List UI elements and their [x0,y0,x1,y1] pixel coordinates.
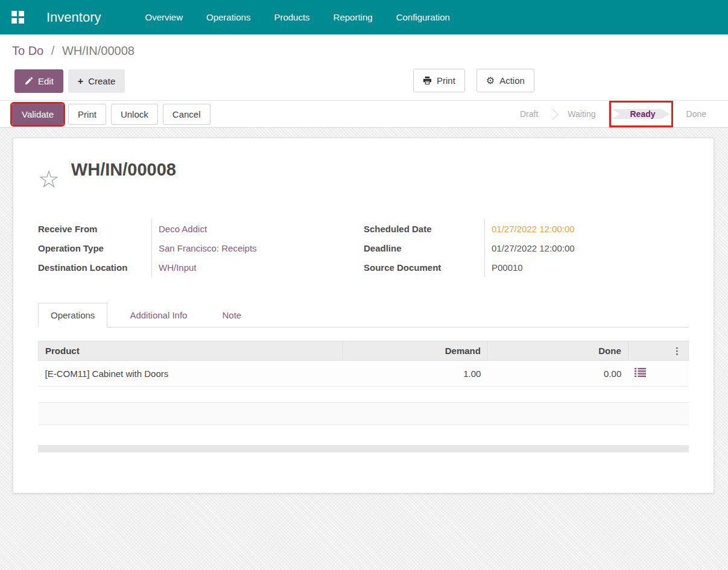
edit-button[interactable]: Edit [14,69,63,93]
field-label-scheduled-date: Scheduled Date [364,219,484,238]
breadcrumb-separator: / [51,44,55,57]
print-menu-button[interactable]: Print [413,69,465,92]
field-group-left: Receive From Deco Addict Operation Type … [38,219,364,277]
column-header-done[interactable]: Done [487,341,628,361]
nav-item-products[interactable]: Products [273,8,311,26]
tab-note[interactable]: Note [209,303,254,328]
action-menu-button[interactable]: ⚙ Action [476,69,534,92]
field-value-deadline: 01/27/2022 12:00:00 [484,238,689,258]
stage-ready-highlight[interactable]: Ready [609,101,673,127]
stage-ready[interactable]: Ready [612,109,670,119]
printer-icon [423,76,432,85]
nav-item-reporting[interactable]: Reporting [332,8,374,26]
field-label-destination-location: Destination Location [38,258,151,277]
tab-additional-info[interactable]: Additional Info [117,303,200,328]
field-label-operation-type: Operation Type [38,238,151,258]
operations-table: Product Demand Done ⋮ [E-COM11] Cabinet … [38,341,689,425]
gear-icon: ⚙ [486,77,495,84]
table-row[interactable]: [E-COM11] Cabinet with Doors 1.00 0.00 [39,361,689,387]
top-navbar: Inventory Overview Operations Products R… [0,0,728,34]
field-value-scheduled-date: 01/27/2022 12:00:00 [484,219,689,238]
empty-row [39,387,689,403]
field-group-right: Scheduled Date 01/27/2022 12:00:00 Deadl… [364,219,689,277]
field-groups: Receive From Deco Addict Operation Type … [38,219,689,277]
column-header-product[interactable]: Product [39,341,343,361]
field-value-source-document: P00010 [484,258,689,277]
nav-item-overview[interactable]: Overview [144,8,185,26]
field-label-source-document: Source Document [364,258,484,277]
apps-menu-icon[interactable] [11,11,24,24]
statusbar: Validate Print Unlock Cancel Draft Waiti… [0,100,728,128]
horizontal-scrollbar[interactable] [38,445,689,452]
cell-product: [E-COM11] Cabinet with Doors [39,361,343,387]
nav-item-configuration[interactable]: Configuration [395,8,451,26]
form-view-background: ☆ WH/IN/00008 Receive From Deco Addict O… [0,128,728,570]
breadcrumb: To Do / WH/IN/00008 [0,34,728,58]
cell-done: 0.00 [487,361,628,387]
app-brand[interactable]: Inventory [46,10,101,25]
title-row: ☆ WH/IN/00008 [38,159,689,191]
page-header: To Do / WH/IN/00008 Edit + Create [0,34,728,100]
plus-icon: + [78,77,83,85]
stage-draft[interactable]: Draft [510,109,548,119]
cell-demand: 1.00 [343,361,487,387]
pencil-icon [24,77,33,86]
field-value-destination-location[interactable]: WH/Input [151,258,364,277]
nav-item-operations[interactable]: Operations [205,8,252,26]
chevron-right-icon [548,109,559,119]
unlock-button[interactable]: Unlock [111,104,158,125]
detailed-operations-icon[interactable] [635,368,646,377]
record-action-buttons: Edit + Create [14,69,125,93]
create-button[interactable]: + Create [68,69,125,93]
column-header-demand[interactable]: Demand [343,341,487,361]
breadcrumb-parent-link[interactable]: To Do [12,44,43,57]
print-button[interactable]: Print [68,104,106,125]
notebook-tabs: Operations Additional Info Note [38,303,689,328]
stage-done[interactable]: Done [677,109,716,119]
validate-button[interactable]: Validate [12,104,63,125]
form-sheet: ☆ WH/IN/00008 Receive From Deco Addict O… [13,138,714,493]
cancel-button[interactable]: Cancel [163,104,210,125]
empty-row [39,403,689,425]
statusbar-buttons: Validate Print Unlock Cancel [12,104,210,125]
document-menus: Print ⚙ Action [413,69,534,92]
tab-operations[interactable]: Operations [38,303,107,328]
nav-menu: Overview Operations Products Reporting C… [144,8,451,26]
field-value-receive-from[interactable]: Deco Addict [151,219,364,238]
optional-columns-icon[interactable]: ⋮ [673,346,682,356]
record-title: WH/IN/00008 [71,160,176,180]
field-value-operation-type[interactable]: San Francisco: Receipts [151,238,364,258]
breadcrumb-current: WH/IN/00008 [62,44,135,57]
table-header-row: Product Demand Done ⋮ [39,341,689,361]
field-label-deadline: Deadline [364,238,484,258]
field-label-receive-from: Receive From [38,219,151,238]
status-stage-bar: Draft Waiting Ready Done [510,101,716,127]
stage-waiting[interactable]: Waiting [558,109,605,119]
favorite-star-icon[interactable]: ☆ [38,167,60,191]
